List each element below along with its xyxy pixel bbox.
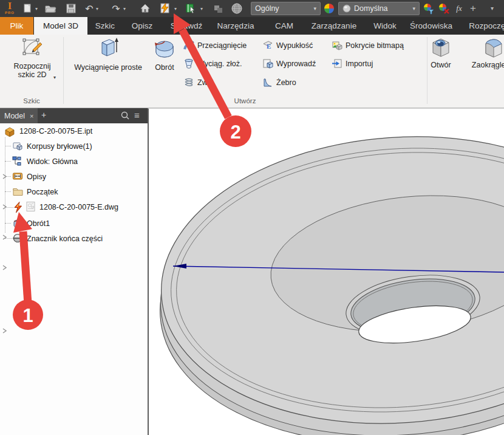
loft-button[interactable]: Wyciąg. złoż. <box>183 58 242 69</box>
tab-szkic[interactable]: Szkic <box>91 17 119 35</box>
style-combo[interactable]: Ogólny▾ <box>251 2 321 15</box>
end-of-part-marker-icon <box>12 233 23 244</box>
dwg-document-icon <box>26 201 36 212</box>
parameters-fx-icon[interactable]: fx <box>452 2 466 15</box>
tab-narzedzia[interactable]: Narzędzia <box>216 17 256 35</box>
import-button[interactable]: Importuj <box>332 58 373 69</box>
emboss-icon: E <box>262 40 273 51</box>
new-file-caret-icon[interactable]: ▾ <box>35 7 40 12</box>
panel-divider <box>63 37 64 104</box>
browser-menu-icon[interactable]: ≡ <box>134 111 145 122</box>
model-canvas <box>149 109 504 435</box>
sweep-icon <box>183 40 194 51</box>
open-icon[interactable] <box>44 2 57 15</box>
tab-cam[interactable]: CAM <box>272 17 296 35</box>
tree-item-dwg-underlay[interactable]: 1208-C-20-0075-E.dwg <box>0 199 148 215</box>
tab-opisz[interactable]: Opisz <box>128 17 156 35</box>
import-icon <box>332 58 342 69</box>
annotations-icon <box>12 171 23 182</box>
undo-caret-icon[interactable]: ▾ <box>96 7 101 12</box>
tree-item-annotations[interactable]: Opisy <box>0 169 148 184</box>
home-icon[interactable] <box>138 2 152 15</box>
material-browser-icon[interactable] <box>184 2 197 15</box>
hole-icon <box>430 36 452 58</box>
revolve-button[interactable]: Obrót <box>149 36 180 72</box>
panel-label-utworz: Utwórz <box>63 95 427 106</box>
tab-srodowiska[interactable]: Środowiska <box>407 17 455 35</box>
update-lightning-icon <box>13 202 24 213</box>
more-chevron-icon[interactable]: ▾ <box>491 6 495 11</box>
fillet-icon <box>483 36 504 58</box>
rib-button[interactable]: Żebro <box>262 77 296 88</box>
start-sketch-caret-icon[interactable]: ▾ <box>53 75 56 80</box>
loft-icon <box>183 58 194 69</box>
tab-widok[interactable]: Widok <box>370 17 400 35</box>
tab-sprawdz[interactable]: Sprawdź <box>167 17 206 35</box>
update-caret-icon[interactable]: ▾ <box>174 7 179 12</box>
coil-button[interactable]: Zwój <box>183 77 213 88</box>
fillet-button[interactable]: Zaokrąglenie <box>468 36 504 69</box>
tab-zarzadzanie[interactable]: Zarządzanie <box>306 17 362 35</box>
appearance-clear-icon[interactable] <box>437 2 451 15</box>
browser-header: Model× + ≡ <box>0 108 148 123</box>
emboss-button[interactable]: E Wypukłość <box>262 40 313 51</box>
sweep-button[interactable]: Przeciągnięcie <box>183 40 247 51</box>
undo-icon[interactable]: ↶ <box>83 2 96 15</box>
add-quick-access-icon[interactable]: + <box>466 2 480 15</box>
rib-icon <box>262 77 273 88</box>
coil-icon <box>183 77 194 88</box>
new-file-icon[interactable] <box>21 2 34 15</box>
viewport-3d[interactable] <box>148 108 504 435</box>
tree-item-design-view[interactable]: Widok: Główna <box>0 154 148 169</box>
appearance-wheel-icon[interactable] <box>322 2 336 15</box>
tree-item-part[interactable]: 1208-C-20-0075-E.ipt <box>0 123 148 139</box>
redo-icon[interactable]: ↷ <box>109 2 123 15</box>
tree-item-solid-bodies[interactable]: Korpusy bryłowe(1) <box>0 139 148 154</box>
tab-plik[interactable]: Plik <box>0 17 33 35</box>
hole-button[interactable]: Otwór <box>429 36 453 69</box>
expander-icon[interactable] <box>1 327 8 334</box>
tree-item-origin[interactable]: Początek <box>0 184 148 199</box>
add-browser-tab-icon[interactable]: + <box>41 110 46 120</box>
ribbon-tab-bar: Plik Model 3D Szkic Opisz Sprawdź Narzęd… <box>0 17 504 35</box>
extrude-icon <box>96 36 120 61</box>
revolve-icon <box>152 36 177 61</box>
tree-item-revolve-feature[interactable]: Obrót1 <box>0 216 148 231</box>
expander-icon[interactable] <box>1 264 8 271</box>
design-view-icon <box>12 156 23 166</box>
search-icon[interactable] <box>120 111 131 122</box>
extrude-button[interactable]: Wyciągnięcie proste <box>66 36 151 72</box>
selection-dim-icon[interactable] <box>212 2 225 15</box>
tab-model-3d[interactable]: Model 3D <box>34 17 87 35</box>
folder-icon <box>12 186 23 197</box>
decal-button[interactable]: Pokrycie bitmapą <box>332 40 404 51</box>
decal-icon <box>332 40 342 51</box>
revolve-feature-icon <box>12 217 23 228</box>
svg-text:E: E <box>267 43 271 50</box>
close-tab-icon[interactable]: × <box>30 112 33 120</box>
panel-label-szkic: Szkic <box>0 95 63 106</box>
tree-item-end-of-part[interactable]: Znacznik końca części <box>0 231 148 246</box>
appearance-filter-icon[interactable] <box>422 2 435 15</box>
model-browser-panel: Model× + ≡ 1208-C-20-0075-E.ipt Korpusy … <box>0 108 148 435</box>
help-globe-icon[interactable] <box>230 2 243 15</box>
inventor-logo: I PRO <box>2 1 17 16</box>
material-caret-icon[interactable]: ▾ <box>200 7 205 12</box>
browser-tab-model[interactable]: Model× <box>0 108 38 123</box>
panel-divider <box>427 37 427 104</box>
sketch-2d-icon <box>21 36 44 60</box>
update-icon[interactable] <box>158 2 172 15</box>
derive-button[interactable]: Wyprowadź <box>262 58 316 69</box>
appearance-combo[interactable]: Domyślna▾ <box>338 2 420 15</box>
save-icon[interactable] <box>64 2 78 15</box>
part-document-icon <box>4 126 15 137</box>
ribbon: Rozpocznijszkic 2D ▾ Szkic Wyciągnięcie … <box>0 35 504 108</box>
solid-bodies-folder-icon <box>12 140 23 151</box>
tab-rozpoczecie[interactable]: Rozpoczęcie <box>465 17 504 35</box>
redo-caret-icon[interactable]: ▾ <box>123 7 128 12</box>
start-2d-sketch-button[interactable]: Rozpocznijszkic 2D <box>5 36 60 79</box>
derive-icon <box>262 58 273 69</box>
title-bar: I PRO ▾ ↶ ▾ ↷ ▾ ▾ ▾ Ogólny▾ Domyślna▾ <box>0 0 504 17</box>
